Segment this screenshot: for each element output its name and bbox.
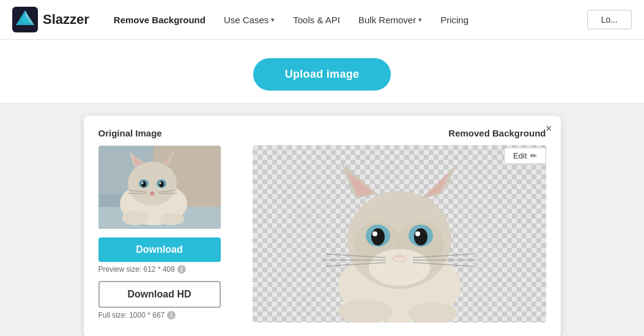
original-cat-svg [98, 146, 221, 229]
nav-links: Remove Background Use Cases ▾ Tools & AP… [114, 15, 587, 25]
panels-row: Original Image [98, 128, 546, 323]
removed-background-image [253, 145, 546, 323]
original-label: Original Image [98, 128, 233, 138]
download-button[interactable]: Download [98, 237, 221, 262]
nav-bulk-remover-label: Bulk Remover [358, 15, 416, 25]
svg-point-14 [141, 181, 146, 187]
left-panel: Original Image [98, 128, 233, 323]
svg-point-37 [372, 231, 377, 236]
svg-marker-28 [421, 163, 457, 199]
nav-use-cases[interactable]: Use Cases ▾ [224, 15, 275, 25]
nav-remove-background[interactable]: Remove Background [114, 15, 205, 25]
svg-point-35 [371, 228, 385, 245]
svg-point-15 [159, 181, 164, 187]
bulk-remover-chevron-icon: ▾ [418, 16, 422, 24]
svg-point-17 [159, 182, 161, 184]
nav-bulk-remover[interactable]: Bulk Remover ▾ [358, 15, 422, 25]
nav-use-cases-label: Use Cases [224, 15, 268, 25]
full-size-info-icon[interactable]: i [167, 311, 176, 319]
svg-point-7 [128, 162, 177, 206]
full-size-text: Full size: 1000 * 667 i [98, 311, 233, 319]
svg-point-23 [122, 211, 149, 225]
preview-size-label: Preview size: 612 * 408 [98, 265, 175, 274]
full-size-label: Full size: 1000 * 667 [98, 311, 165, 319]
main-content: × Original Image [0, 103, 644, 336]
edit-button[interactable]: Edit ✏ [504, 147, 546, 164]
logo-text: Slazzer [43, 12, 89, 28]
use-cases-chevron-icon: ▾ [271, 16, 275, 24]
nav-right: Lo... [587, 10, 632, 29]
preview-size-text: Preview size: 612 * 408 i [98, 265, 233, 274]
original-image [98, 146, 221, 229]
nav-pricing[interactable]: Pricing [440, 15, 468, 25]
upload-section: Upload image [0, 40, 644, 103]
svg-point-1 [22, 17, 28, 23]
upload-button[interactable]: Upload image [253, 58, 391, 91]
download-hd-button[interactable]: Download HD [98, 281, 221, 308]
preview-info-icon[interactable]: i [177, 265, 186, 274]
download-area: Download Preview size: 612 * 408 i Downl… [98, 237, 233, 319]
svg-point-24 [160, 213, 184, 225]
edit-pencil-icon: ✏ [530, 151, 537, 160]
close-button[interactable]: × [546, 123, 552, 134]
svg-point-40 [369, 249, 430, 286]
logo-icon [12, 7, 38, 32]
logo[interactable]: Slazzer [12, 7, 89, 32]
edit-label: Edit [513, 151, 527, 160]
removed-bg-label: Removed Background [448, 128, 546, 138]
removed-cat-svg [253, 145, 546, 323]
svg-point-38 [415, 231, 420, 236]
login-button[interactable]: Lo... [587, 10, 632, 29]
nav-tools-api[interactable]: Tools & API [293, 15, 340, 25]
svg-point-36 [414, 228, 427, 245]
result-panel: × Original Image [84, 116, 561, 336]
navbar: Slazzer Remove Background Use Cases ▾ To… [0, 0, 644, 40]
svg-point-16 [141, 182, 143, 184]
right-panel: Removed Background Edit ✏ [233, 128, 546, 323]
